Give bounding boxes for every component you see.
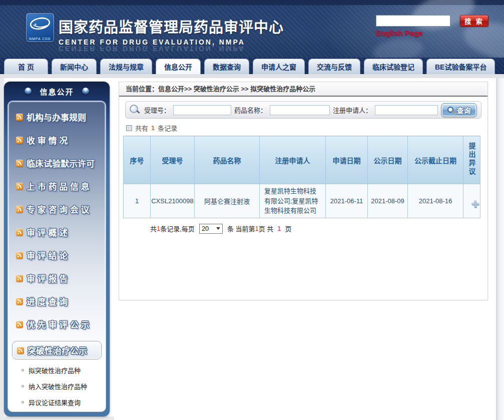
col-header-objection: 提出异议 xyxy=(463,136,480,184)
rss-icon xyxy=(16,229,23,236)
pager-text: 条记录,每页 xyxy=(160,224,195,233)
bullet-icon xyxy=(22,369,24,371)
header-search-input[interactable] xyxy=(376,15,450,27)
record-count-prefix: 共有 xyxy=(135,123,148,133)
sidebar-item-progress-query[interactable]: 进 度 查 询 xyxy=(16,295,106,307)
sidebar-item-expert-consultation[interactable]: 专 家 咨 询 会 议 xyxy=(16,203,106,215)
sidebar-item-review-report[interactable]: 审 评 报 告 xyxy=(16,272,106,284)
drug-name-label: 药品名称： xyxy=(234,105,267,115)
nav-tab-clinical-trial-registry[interactable]: 临床试验登记 xyxy=(364,59,423,74)
sidebar-subitem-label: 纳入突破性治疗品种 xyxy=(29,381,87,391)
bullet-icon xyxy=(22,401,24,403)
nav-tab-be-platform[interactable]: BE试验备案平台 xyxy=(426,59,495,74)
col-header-seq: 序号 xyxy=(124,136,151,184)
sidebar-item-org-rules[interactable]: 机构与办事规则 xyxy=(16,111,106,123)
applicant-input[interactable] xyxy=(375,105,438,115)
sidebar-item-breakthrough-therapy-selected[interactable]: 突破性治疗公示 xyxy=(12,341,102,359)
col-header-drug-name: 药品名称 xyxy=(195,136,260,184)
acceptance-no-input[interactable] xyxy=(173,105,231,115)
cell-objection xyxy=(463,184,480,218)
rss-icon xyxy=(16,114,23,121)
query-button[interactable]: 查询 xyxy=(441,103,477,117)
site-title: 国家药品监督管理局药品审评中心 xyxy=(59,16,284,37)
rss-icon xyxy=(16,275,23,282)
cell-drug-name: 阿基仑赛注射液 xyxy=(195,184,260,218)
sidebar-subitem-label: 异议论证结果查询 xyxy=(29,397,81,407)
english-page-link[interactable]: English Page xyxy=(375,29,422,37)
sidebar-item-acceptance-status[interactable]: 收 审 情 况 xyxy=(16,134,106,146)
sidebar-item-label: 专 家 咨 询 会 议 xyxy=(27,203,90,215)
pager-current-page: 1 xyxy=(255,225,259,232)
nav-tab-regulations[interactable]: 法规与规章 xyxy=(100,59,152,74)
record-count: 共有 1 条记录 xyxy=(126,123,487,133)
sidebar-item-label: 审 评 结 论 xyxy=(27,249,68,261)
chevron-down-icon xyxy=(216,227,220,230)
rss-icon xyxy=(17,347,24,354)
rss-icon xyxy=(16,252,23,259)
pager-total-pages: 1 xyxy=(277,225,281,232)
sidebar-item-label: 进 度 查 询 xyxy=(27,295,68,307)
sidebar-subitem-label: 拟突破性治疗品种 xyxy=(29,365,81,375)
magnifier-icon xyxy=(130,105,140,115)
acceptance-no-label: 受理号： xyxy=(144,105,170,115)
orb-icon xyxy=(25,88,32,95)
rss-icon xyxy=(16,183,23,190)
orb-icon xyxy=(82,88,89,95)
col-header-objection-label: 提出异议 xyxy=(467,142,477,176)
rss-icon xyxy=(16,206,23,213)
sidebar-subitem-included-breakthrough[interactable]: 纳入突破性治疗品种 xyxy=(22,381,106,391)
cell-applicant: 复星凯特生物科技有限公司;复星凯特生物科技有限公司 xyxy=(260,184,326,218)
site-subtitle-reflection: CENTER FOR DRUG EVALUATION, NMPA xyxy=(59,45,284,53)
pager-total-count: 1 xyxy=(157,225,160,232)
sidebar-item-marketed-drug-info[interactable]: 上 市 药 品 信 息 xyxy=(16,180,106,192)
breadcrumb: 当前位置：信息公开>> 突破性治疗公示 >> 拟突破性治疗品种公示 xyxy=(119,82,487,97)
sidebar-header: 信息公开 xyxy=(4,82,110,101)
col-header-apply-date: 申请日期 xyxy=(326,136,368,184)
sidebar-item-label: 审 评 概 述 xyxy=(27,226,68,238)
nav-tab-applicant-window[interactable]: 申请人之窗 xyxy=(253,59,305,74)
cell-apply-date: 2021-06-11 xyxy=(326,184,368,218)
sidebar-subitem-proposed-breakthrough[interactable]: 拟突破性治疗品种 xyxy=(22,365,106,375)
rss-icon xyxy=(16,298,23,305)
cell-seq: 1 xyxy=(124,184,151,218)
col-header-acceptance-no: 受理号 xyxy=(151,136,195,184)
drug-name-input[interactable] xyxy=(270,105,330,115)
table-header-row: 序号 受理号 药品名称 注册申请人 申请日期 公示日期 公示截止日期 提出异议 xyxy=(124,136,480,184)
sidebar-item-priority-review[interactable]: 优 先 审 评 公 示 xyxy=(16,318,106,330)
nav-tab-feedback[interactable]: 交流与反馈 xyxy=(308,59,360,74)
logo-caption: NMPA CDE xyxy=(27,37,54,41)
sidebar-item-review-conclusion[interactable]: 审 评 结 论 xyxy=(16,249,106,261)
col-header-applicant: 注册申请人 xyxy=(260,136,326,184)
nmpa-cde-logo[interactable]: NMPA CDE xyxy=(26,13,54,42)
pager-text: 页 共 xyxy=(259,224,274,233)
page-size-select[interactable]: 20 xyxy=(199,224,223,234)
record-count-suffix: 条记录 xyxy=(158,123,177,133)
table-icon xyxy=(126,125,132,131)
nav-tab-data-query[interactable]: 数据查询 xyxy=(204,59,249,74)
sidebar-subitem-objection-result-query[interactable]: 异议论证结果查询 xyxy=(22,397,106,407)
header-search-button[interactable]: 搜 索 xyxy=(460,15,488,27)
sidebar-header-label: 信息公开 xyxy=(40,86,74,97)
sidebar-item-clinical-trial-implied-license[interactable]: 临床试验默示许可 xyxy=(16,157,106,169)
sidebar-item-label: 优 先 审 评 公 示 xyxy=(27,318,90,330)
scrollbar-track[interactable] xyxy=(496,78,504,420)
col-header-publicity-end-date: 公示截止日期 xyxy=(408,136,463,184)
page-size-value: 20 xyxy=(202,225,209,232)
nav-understrip xyxy=(0,74,504,78)
rss-icon xyxy=(16,321,23,328)
nav-tab-info-disclosure[interactable]: 信息公开 xyxy=(156,59,201,74)
cell-publicity-end-date: 2021-08-16 xyxy=(408,184,463,218)
pager-text: 条 当前第 xyxy=(227,224,255,233)
table-row: 1 CXSL2100098 阿基仑赛注射液 复星凯特生物科技有限公司;复星凯特生… xyxy=(124,184,480,218)
nav-tab-news[interactable]: 新闻中心 xyxy=(52,59,97,74)
nav-tab-home[interactable]: 首 页 xyxy=(4,59,48,74)
record-count-number: 1 xyxy=(151,124,155,132)
main-nav: 首 页 新闻中心 法规与规章 信息公开 数据查询 申请人之窗 交流与反馈 临床试… xyxy=(0,58,504,74)
pagination: 共 1 条记录,每页 20 条 当前第 1 页 共 1 页 xyxy=(150,224,487,234)
col-header-publicity-date: 公示日期 xyxy=(368,136,408,184)
sidebar-item-label: 上 市 药 品 信 息 xyxy=(27,180,90,192)
sidebar-item-label: 收 审 情 况 xyxy=(27,134,68,146)
sidebar-item-review-overview[interactable]: 审 评 概 述 xyxy=(16,226,106,238)
sidebar-item-label: 机构与办事规则 xyxy=(27,111,86,123)
site-header: NMPA CDE 国家药品监督管理局药品审评中心 CENTER FOR DRUG… xyxy=(0,0,504,58)
